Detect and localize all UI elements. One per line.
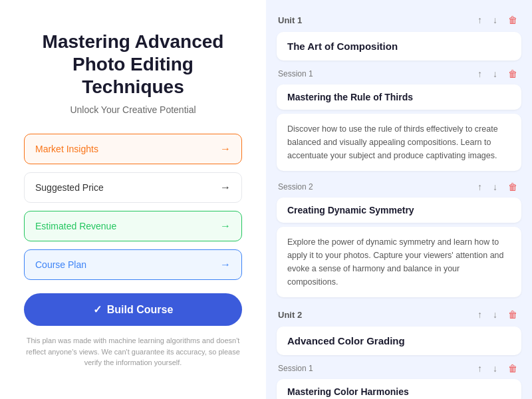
session-actions-u2-s1: ↑ ↓ 🗑 [475,362,520,375]
build-course-label: Build Course [107,304,174,316]
session-delete-button-u1-s2[interactable]: 🗑 [505,180,520,194]
suggested-price-label: Suggested Price [35,182,104,193]
session-desc-u1-s2: Explore the power of dynamic symmetry an… [277,227,521,297]
session-title-u1-s1: Mastering the Rule of Thirds [277,84,521,110]
build-course-button[interactable]: ✓ Build Course [24,293,242,326]
suggested-price-item[interactable]: Suggested Price → [24,172,242,203]
estimated-revenue-arrow: → [220,220,231,232]
session-up-button-u2-s1[interactable]: ↑ [475,362,485,375]
session-block-u2-s1: Session 1 ↑ ↓ 🗑 Mastering Color Harmonie… [277,362,521,399]
unit-down-button-1[interactable]: ↓ [490,13,500,27]
session-title-u1-s2: Creating Dynamic Symmetry [277,198,521,223]
page-subtitle: Unlock Your Creative Potential [24,104,242,115]
market-insights-label: Market Insights [35,144,98,154]
estimated-revenue-item[interactable]: Estimated Revenue → [24,211,242,241]
session-up-button-u1-s1[interactable]: ↑ [475,67,485,80]
session-down-button-u1-s2[interactable]: ↓ [490,180,500,194]
session-header-u2-s1: Session 1 ↑ ↓ 🗑 [277,362,521,375]
session-block-u1-s1: Session 1 ↑ ↓ 🗑 Mastering the Rule of Th… [277,67,521,171]
left-panel: Mastering Advanced Photo Editing Techniq… [0,0,266,399]
course-plan-arrow: → [220,259,231,271]
unit-header-2: Unit 2 ↑ ↓ 🗑 [277,308,521,321]
check-icon: ✓ [93,303,102,316]
unit-actions-1: ↑ ↓ 🗑 [475,13,520,27]
session-actions-u1-s2: ↑ ↓ 🗑 [475,180,520,194]
session-label-u1-s1: Session 1 [278,69,313,78]
course-plan-label: Course Plan [35,259,86,270]
right-panel: Unit 1 ↑ ↓ 🗑 The Art of Composition Sess… [266,0,532,399]
session-down-button-u1-s1[interactable]: ↓ [490,67,500,80]
session-label-u1-s2: Session 2 [278,182,313,192]
session-up-button-u1-s2[interactable]: ↑ [475,180,485,194]
unit-down-button-2[interactable]: ↓ [490,308,500,321]
session-delete-button-u1-s1[interactable]: 🗑 [505,67,520,80]
unit-up-button-1[interactable]: ↑ [475,13,485,27]
market-insights-item[interactable]: Market Insights → [24,134,242,164]
course-plan-item[interactable]: Course Plan → [24,249,242,280]
unit-title-card-1: The Art of Composition [277,32,521,61]
unit-delete-button-1[interactable]: 🗑 [505,13,520,27]
unit-delete-button-2[interactable]: 🗑 [505,308,520,321]
session-desc-u1-s1: Discover how to use the rule of thirds e… [277,114,521,171]
session-label-u2-s1: Session 1 [278,364,313,373]
unit-section-1: Unit 1 ↑ ↓ 🗑 The Art of Composition Sess… [277,13,521,297]
disclaimer-text: This plan was made with machine learning… [24,335,242,368]
market-insights-arrow: → [220,143,231,155]
unit-label-1: Unit 1 [278,15,302,25]
session-down-button-u2-s1[interactable]: ↓ [490,362,500,375]
session-header-u1-s1: Session 1 ↑ ↓ 🗑 [277,67,521,80]
session-block-u1-s2: Session 2 ↑ ↓ 🗑 Creating Dynamic Symmetr… [277,180,521,297]
suggested-price-arrow: → [220,182,231,194]
estimated-revenue-label: Estimated Revenue [35,221,116,231]
session-actions-u1-s1: ↑ ↓ 🗑 [475,67,520,80]
unit-header-1: Unit 1 ↑ ↓ 🗑 [277,13,521,27]
unit-actions-2: ↑ ↓ 🗑 [475,308,520,321]
session-delete-button-u2-s1[interactable]: 🗑 [505,362,520,375]
session-title-u2-s1: Mastering Color Harmonies [277,379,521,399]
session-header-u1-s2: Session 2 ↑ ↓ 🗑 [277,180,521,194]
unit-title-card-2: Advanced Color Grading [277,327,521,355]
page-title: Mastering Advanced Photo Editing Techniq… [24,31,242,98]
unit-section-2: Unit 2 ↑ ↓ 🗑 Advanced Color Grading Sess… [277,308,521,399]
unit-label-2: Unit 2 [278,310,302,320]
unit-up-button-2[interactable]: ↑ [475,308,485,321]
